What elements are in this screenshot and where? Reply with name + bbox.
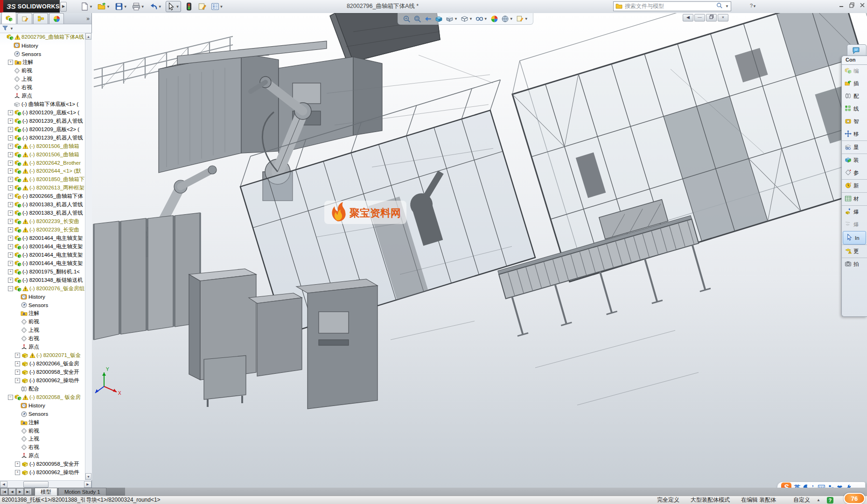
cm-reference-geometry-button[interactable]: 参: [842, 167, 867, 179]
tree-row[interactable]: +(-) 82001975_翻转机.1<: [0, 267, 85, 276]
tree-row[interactable]: 前视: [0, 427, 85, 435]
tab-scroll-last-button[interactable]: ▶|: [24, 488, 32, 495]
panel-tab-displaymanager[interactable]: [49, 13, 64, 24]
tree-row[interactable]: +(-) 82002066_钣金房: [0, 360, 85, 368]
panel-tab-configurationmanager[interactable]: [33, 13, 48, 24]
tree-row[interactable]: +(-) 82001850_曲轴箱下: [0, 175, 85, 184]
cm-new-motion-study-button[interactable]: 新: [842, 179, 867, 192]
hscroll-left-arrow[interactable]: ◀: [0, 481, 7, 488]
tree-expander[interactable]: +: [15, 470, 20, 475]
open-button[interactable]: ▼: [97, 1, 111, 12]
hscroll-thumb[interactable]: [23, 481, 49, 488]
tree-expander[interactable]: +: [8, 144, 13, 149]
doc-restore-button[interactable]: [706, 14, 717, 21]
tab-model[interactable]: 模型: [35, 488, 57, 496]
tree-expander[interactable]: +: [15, 378, 20, 383]
tree-expander[interactable]: +: [8, 261, 13, 266]
doc-close-button[interactable]: ×: [718, 14, 728, 21]
tree-row[interactable]: +(-) 82002613_两种框架: [0, 184, 85, 192]
tree-row[interactable]: 前视: [0, 67, 85, 75]
tree-expander[interactable]: +: [8, 194, 13, 199]
tab-scroll-prev-button[interactable]: ◀: [8, 488, 16, 495]
cm-update-assembly-button[interactable]: 更: [842, 245, 867, 258]
tree-expander[interactable]: +: [8, 161, 13, 166]
list-options-button[interactable]: ▼: [210, 1, 224, 12]
tree-row[interactable]: (-) 曲轴箱下体底板<1> (: [0, 100, 85, 109]
tree-expander[interactable]: +: [8, 177, 13, 182]
search-icon[interactable]: [716, 2, 723, 10]
help-icon[interactable]: ?▼: [748, 2, 758, 10]
tree-expander[interactable]: +: [8, 127, 13, 132]
tree-expander[interactable]: +: [8, 152, 13, 157]
hide-show-items-icon[interactable]: ▼: [475, 15, 488, 23]
tree-expander[interactable]: +: [15, 353, 20, 358]
tree-row[interactable]: +(-) 82002642_Brother: [0, 159, 85, 167]
panel-tab-propertymanager[interactable]: [17, 13, 32, 24]
tree-row[interactable]: +(-) 82001239_机器人管线: [0, 133, 85, 142]
undo-button[interactable]: ▼: [148, 1, 163, 12]
tree-row[interactable]: 上视: [0, 75, 85, 84]
tree-row[interactable]: 上视: [0, 435, 85, 443]
tree-row[interactable]: Sensors: [0, 410, 85, 418]
tree-row[interactable]: +(-) 82001464_电主轴支架: [0, 234, 85, 243]
tab-motion-study[interactable]: Motion Study 1: [58, 488, 106, 496]
tree-row[interactable]: +A注解: [0, 58, 85, 67]
search-scope-caret[interactable]: ▼: [725, 4, 729, 8]
tree-row[interactable]: 上视: [0, 326, 85, 335]
zoom-area-icon[interactable]: [413, 15, 421, 23]
tree-row[interactable]: +(-) 82001506_曲轴箱: [0, 150, 85, 159]
tree-row[interactable]: +(-) 82001506_曲轴箱: [0, 142, 85, 150]
tree-expander[interactable]: +: [8, 119, 13, 124]
tree-row[interactable]: History: [0, 293, 85, 301]
hscroll-right-arrow[interactable]: ▶: [84, 481, 91, 488]
options-properties-button[interactable]: [197, 1, 207, 12]
print-button[interactable]: ▼: [131, 1, 146, 12]
cm-take-snapshot-button[interactable]: 拍: [842, 258, 867, 271]
tree-row[interactable]: +(-) 82001464_电主轴支架: [0, 242, 85, 251]
cm-smart-fasteners-button[interactable]: 智: [842, 115, 867, 128]
tree-horizontal-scrollbar[interactable]: ◀ ▶: [0, 480, 91, 488]
tree-expander[interactable]: −: [8, 395, 13, 400]
tree-row[interactable]: History: [0, 42, 85, 50]
tree-expander[interactable]: +: [8, 244, 13, 249]
view-orientation-icon[interactable]: ▼: [446, 15, 458, 23]
edit-appearance-icon[interactable]: [490, 15, 498, 23]
tree-expander[interactable]: −: [8, 286, 13, 291]
tree-expander[interactable]: +: [8, 135, 13, 140]
tree-row[interactable]: 右视: [0, 84, 85, 92]
rebuild-traffic-light-button[interactable]: [184, 1, 194, 12]
tree-expander[interactable]: +: [8, 185, 13, 190]
tree-row[interactable]: −(-) 82002058_ 钣金房: [0, 393, 85, 401]
apply-scene-icon[interactable]: ▼: [501, 15, 513, 23]
tree-expander[interactable]: +: [8, 236, 13, 241]
search-box[interactable]: 搜索文件与模型 ▼: [613, 1, 731, 11]
tree-row[interactable]: Sensors: [0, 301, 85, 309]
tree-row[interactable]: 右视: [0, 335, 85, 343]
doc-previous-icon[interactable]: ◀: [683, 14, 693, 21]
tree-row[interactable]: 配合: [0, 385, 85, 393]
tree-row[interactable]: +(-) 82001464_电主轴支架: [0, 251, 85, 259]
save-button[interactable]: ▼: [114, 1, 128, 12]
graphics-viewport[interactable]: 聚宝资料网 Y X Z ▼▼▼▼▼ ◀ — × Con: [92, 13, 867, 496]
panel-overflow-chevron[interactable]: »: [86, 14, 90, 24]
tree-row[interactable]: +(-) 82001209_底板<2> (: [0, 125, 85, 133]
tree-row[interactable]: History: [0, 401, 85, 410]
filter-funnel-icon[interactable]: [2, 25, 8, 33]
cm-move-component-button[interactable]: 移: [842, 128, 867, 140]
comments-tab[interactable]: [847, 44, 867, 56]
tree-expander[interactable]: +: [8, 168, 13, 174]
tree-expander[interactable]: +: [8, 202, 13, 207]
cm-exploded-view-button[interactable]: 爆: [842, 205, 867, 218]
tree-row[interactable]: A注解: [0, 309, 85, 318]
tree-expander[interactable]: +: [8, 269, 13, 274]
tree-row[interactable]: +(-) 82001383_机器人管线: [0, 209, 85, 217]
tree-row[interactable]: +(-) 82000958_安全开: [0, 368, 85, 377]
tree-row[interactable]: 原点: [0, 92, 85, 100]
cm-show-hidden-components-button[interactable]: 显: [842, 140, 867, 154]
status-custom-caret[interactable]: ▲: [817, 498, 820, 502]
tree-row[interactable]: +(-) 82001383_机器人管线: [0, 201, 85, 209]
tree-row[interactable]: +(-) 82002665_曲轴箱下体: [0, 192, 85, 201]
display-style-icon[interactable]: ▼: [461, 15, 473, 23]
cm-linear-component-pattern-button[interactable]: 线: [842, 103, 867, 115]
tree-row[interactable]: +(-) 82002071_钣金: [0, 351, 85, 360]
